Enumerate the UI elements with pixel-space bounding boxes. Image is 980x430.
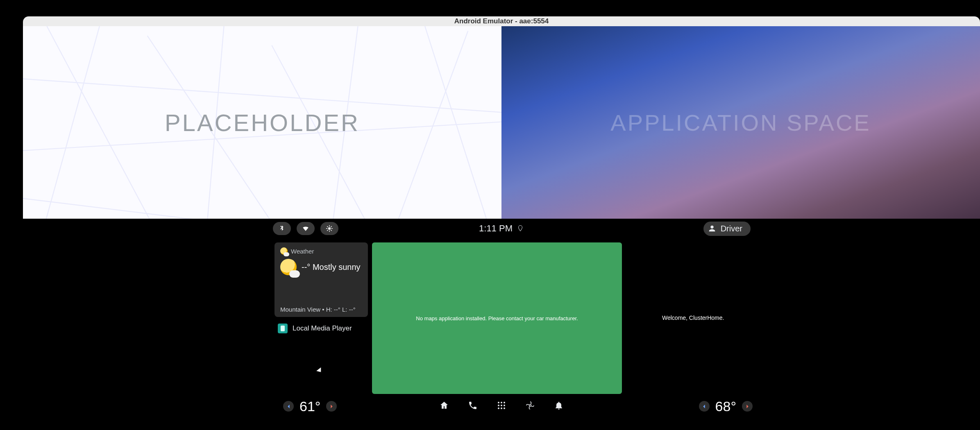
weather-small-icon	[280, 247, 288, 255]
svg-point-25	[504, 407, 505, 409]
cluster-row: PLACEHOLDER APPLICATION SPACE	[23, 26, 980, 219]
cluster-right-panel: APPLICATION SPACE	[501, 26, 980, 219]
map-panel[interactable]: No maps application installed. Please co…	[372, 242, 622, 394]
svg-line-11	[23, 198, 454, 219]
hvac-left-temp: 61°	[299, 398, 320, 414]
nav-icons	[439, 401, 564, 412]
svg-point-26	[529, 405, 531, 406]
weather-header: Weather	[291, 248, 314, 255]
hvac-right-up[interactable]	[742, 401, 753, 412]
apps-icon[interactable]	[497, 401, 506, 412]
hvac-left-down[interactable]	[283, 401, 294, 412]
svg-point-18	[501, 402, 502, 403]
wifi-icon	[302, 225, 309, 232]
home-content: Weather --° Mostly sunny Mountain View •…	[23, 238, 980, 394]
svg-point-20	[498, 405, 499, 406]
svg-line-5	[37, 26, 100, 219]
brightness-icon	[326, 225, 333, 232]
phone-icon[interactable]	[468, 401, 478, 412]
weather-large-icon	[280, 259, 297, 275]
cluster-right-label: APPLICATION SPACE	[610, 109, 871, 136]
home-icon[interactable]	[439, 401, 449, 412]
svg-point-23	[498, 407, 499, 409]
profile-chip[interactable]: Driver	[703, 222, 751, 236]
cluster-left-label: PLACEHOLDER	[165, 109, 360, 136]
cluster-left-panel: PLACEHOLDER	[23, 26, 501, 219]
nav-bar: 61° 68°	[23, 394, 980, 419]
status-bar: 1:11 PM Driver	[23, 219, 980, 238]
brightness-chip[interactable]	[320, 222, 338, 235]
hvac-left-up[interactable]	[326, 401, 337, 412]
location-icon	[517, 225, 524, 232]
media-label: Local Media Player	[293, 324, 352, 333]
status-chips	[273, 222, 338, 235]
fan-icon[interactable]	[525, 401, 535, 412]
emulator-title: Android Emulator - aae:5554	[23, 16, 980, 26]
svg-line-4	[47, 26, 166, 219]
svg-point-22	[504, 405, 505, 406]
bell-icon[interactable]	[554, 401, 564, 412]
svg-point-24	[501, 407, 502, 409]
weather-footer: Mountain View • H: --° L: --°	[280, 306, 362, 313]
hvac-right: 68°	[699, 398, 753, 414]
media-card[interactable]: Local Media Player	[278, 324, 352, 333]
person-icon	[708, 224, 717, 233]
bluetooth-chip[interactable]	[273, 222, 291, 235]
svg-point-21	[501, 405, 502, 406]
svg-point-17	[498, 402, 499, 403]
svg-line-9	[23, 79, 501, 112]
media-app-icon	[278, 324, 288, 333]
bluetooth-icon	[278, 225, 286, 232]
hvac-left: 61°	[283, 398, 337, 414]
cluster-welcome: Welcome, ClusterHome.	[662, 315, 724, 321]
hvac-right-down[interactable]	[699, 401, 710, 412]
svg-point-16	[519, 227, 521, 228]
clock: 1:11 PM	[479, 223, 513, 234]
profile-name: Driver	[721, 224, 742, 233]
svg-point-19	[504, 402, 505, 403]
svg-point-15	[328, 227, 331, 230]
weather-summary: --° Mostly sunny	[302, 263, 361, 272]
map-message: No maps application installed. Please co…	[416, 315, 578, 321]
wifi-chip[interactable]	[297, 222, 315, 235]
emulator-window: Android Emulator - aae:5554 ✕ —	[23, 16, 980, 422]
status-center: 1:11 PM	[479, 223, 524, 234]
mouse-cursor	[316, 367, 323, 374]
hvac-right-temp: 68°	[715, 398, 736, 414]
weather-card[interactable]: Weather --° Mostly sunny Mountain View •…	[274, 242, 368, 317]
device-viewport: PLACEHOLDER APPLICATION SPACE 1:11 PM	[23, 26, 980, 422]
